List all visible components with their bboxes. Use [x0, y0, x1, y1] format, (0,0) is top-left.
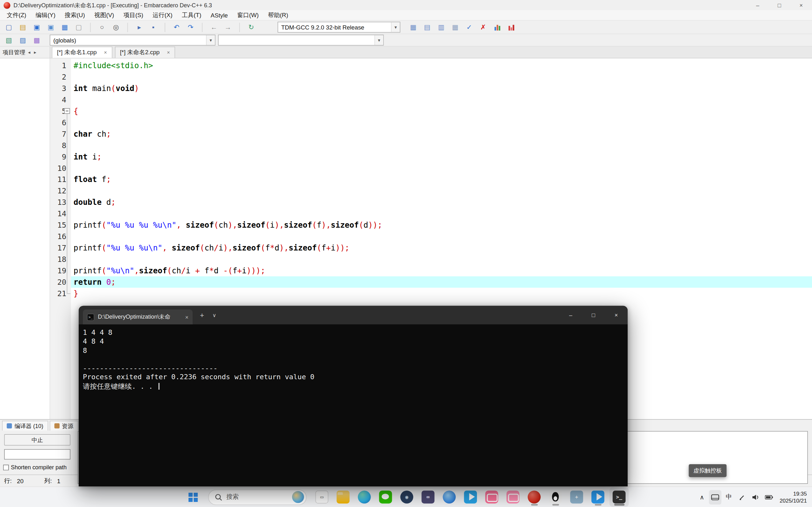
shorten-path-option[interactable]: Shorten compiler path: [3, 464, 77, 470]
project-manager-panel[interactable]: [0, 58, 50, 419]
menu-item-7[interactable]: AStyle: [206, 10, 233, 20]
menu-item-8[interactable]: 窗口(W): [233, 10, 263, 20]
line-number: 11: [50, 174, 71, 185]
open-file-icon[interactable]: ▤: [17, 21, 29, 33]
taskbar-bilibili[interactable]: [482, 487, 501, 506]
taskbar-pc-manager[interactable]: +: [567, 487, 586, 506]
checkbox[interactable]: [3, 464, 9, 470]
taskbar-steam[interactable]: ◉: [397, 487, 416, 506]
tab-scroll-right-icon[interactable]: ▸: [33, 49, 38, 55]
back-icon[interactable]: ←: [208, 21, 219, 33]
terminal-titlebar[interactable]: >_ D:\DeliveryOptimization\未命 × + ∨ – □ …: [79, 306, 628, 325]
goto-line-icon[interactable]: ▸: [134, 21, 145, 33]
editor-tab-1[interactable]: [*] 未命名1.cpp ×: [52, 47, 112, 58]
menu-item-1[interactable]: 编辑(Y): [31, 10, 60, 20]
taskbar-browser[interactable]: [440, 487, 459, 506]
taskbar-bilibili-2[interactable]: [503, 487, 522, 506]
close-button[interactable]: ×: [790, 0, 812, 10]
compile-run-icon[interactable]: ▥: [436, 21, 447, 33]
minimize-button[interactable]: –: [747, 0, 768, 10]
titlebar: D:\DeliveryOptimization\未命名1.cpp - [Exec…: [0, 0, 812, 10]
close-button[interactable]: ×: [605, 306, 628, 325]
goto-definition-icon[interactable]: ▩: [31, 35, 43, 46]
speaker-icon[interactable]: [750, 490, 762, 504]
pen-icon[interactable]: [736, 490, 749, 504]
taskbar-vscode-insiders[interactable]: [461, 487, 480, 506]
taskbar-edge[interactable]: [355, 487, 374, 506]
terminal-window: >_ D:\DeliveryOptimization\未命 × + ∨ – □ …: [79, 306, 628, 487]
terminal-output[interactable]: 1 4 4 84 8 48---------------------------…: [79, 324, 628, 487]
fold-collapse-icon[interactable]: [64, 108, 70, 114]
compile-icon[interactable]: ▦: [407, 21, 419, 33]
goto-declaration-icon[interactable]: ▨: [17, 35, 29, 46]
close-icon[interactable]: ×: [167, 50, 170, 55]
ime-indicator[interactable]: 中: [722, 490, 735, 504]
menu-item-6[interactable]: 工具(T): [177, 10, 206, 20]
start-button[interactable]: [184, 487, 202, 506]
editor-tab-2[interactable]: [*] 未命名2.cpp ×: [115, 47, 175, 58]
menu-item-2[interactable]: 搜索(U): [60, 10, 90, 20]
taskbar-wechat[interactable]: [376, 487, 395, 506]
search-box[interactable]: 搜索: [208, 489, 307, 505]
menu-item-5[interactable]: 运行(X): [148, 10, 177, 20]
window-controls: – □ ×: [747, 0, 812, 10]
maximize-button[interactable]: □: [582, 306, 605, 325]
taskbar-task-view[interactable]: ▭: [312, 487, 331, 506]
tray-chevron-up-icon[interactable]: ∧: [696, 490, 708, 504]
menu-item-9[interactable]: 帮助(R): [263, 10, 293, 20]
run-window-icon[interactable]: ▤: [421, 21, 433, 33]
abort-button[interactable]: 中止: [4, 434, 70, 446]
close-file-icon[interactable]: ▢: [73, 21, 85, 33]
tab-compiler-log[interactable]: 编译器 (10): [2, 421, 48, 431]
minimize-button[interactable]: –: [559, 306, 582, 325]
syntax-check-icon[interactable]: ✓: [464, 21, 475, 33]
taskbar-qq[interactable]: [546, 487, 565, 506]
tab-resources[interactable]: 资源: [50, 421, 78, 431]
clock-time: 19:35: [780, 490, 807, 497]
virtual-touchpad-icon[interactable]: [709, 490, 721, 504]
taskbar-vscode[interactable]: [588, 487, 607, 506]
symbol-select[interactable]: ▾: [218, 35, 384, 45]
new-source-icon[interactable]: ▢: [3, 21, 15, 33]
close-icon[interactable]: ×: [104, 50, 107, 55]
chevron-down-icon[interactable]: ▾: [374, 35, 383, 45]
refresh-icon[interactable]: ↻: [246, 21, 257, 33]
forward-icon[interactable]: →: [222, 21, 234, 33]
save-all-icon[interactable]: ▦: [59, 21, 70, 33]
undo-icon[interactable]: ↶: [171, 21, 183, 33]
redo-icon[interactable]: ↷: [185, 21, 196, 33]
taskbar-file-explorer[interactable]: [334, 487, 353, 506]
save-as-icon[interactable]: ▣: [45, 21, 56, 33]
report-window-icon[interactable]: ▧: [3, 35, 15, 46]
tab-scroll-left-icon[interactable]: ◂: [27, 49, 32, 55]
new-tab-button[interactable]: +: [200, 311, 204, 319]
menu-item-0[interactable]: 文件(Z): [2, 10, 31, 20]
chevron-down-icon[interactable]: ∨: [212, 312, 216, 318]
profile-analysis-icon[interactable]: [492, 21, 503, 33]
menu-item-4[interactable]: 项目(S): [119, 10, 148, 20]
taskbar-visual-studio[interactable]: ∞: [418, 487, 438, 506]
globals-scope-value: (globals): [53, 37, 76, 44]
maximize-button[interactable]: □: [768, 0, 791, 10]
globals-scope-select[interactable]: (globals) ▾: [50, 35, 215, 45]
chevron-down-icon[interactable]: ▾: [206, 35, 215, 45]
terminal-tab[interactable]: >_ D:\DeliveryOptimization\未命 ×: [83, 309, 193, 324]
menubar: 文件(Z)编辑(Y)搜索(U)视图(V)项目(S)运行(X)工具(T)AStyl…: [0, 10, 812, 21]
battery-icon[interactable]: [763, 490, 775, 504]
taskbar-windows-terminal[interactable]: >_: [610, 487, 628, 506]
desktop: D:\DeliveryOptimization\未命名1.cpp - [Exec…: [0, 0, 812, 507]
close-icon[interactable]: ×: [185, 314, 189, 320]
chevron-down-icon[interactable]: ▾: [391, 22, 400, 32]
delete-profiling-icon[interactable]: [505, 21, 517, 33]
taskbar-devcpp[interactable]: [524, 487, 544, 506]
save-icon[interactable]: ▣: [31, 21, 43, 33]
taskbar-clock[interactable]: 19:35 2025/10/21: [780, 490, 807, 504]
replace-icon[interactable]: ◎: [110, 21, 122, 33]
compiler-profile-select[interactable]: TDM-GCC 9.2.0 32-bit Release ▾: [277, 22, 400, 33]
bookmark-icon[interactable]: ▪: [148, 21, 159, 33]
find-icon[interactable]: ○: [96, 21, 108, 33]
stop-execution-icon[interactable]: ✗: [477, 21, 489, 33]
code-line-7: char ch;: [71, 128, 812, 140]
menu-item-3[interactable]: 视图(V): [90, 10, 119, 20]
rebuild-icon[interactable]: ▦: [450, 21, 461, 33]
